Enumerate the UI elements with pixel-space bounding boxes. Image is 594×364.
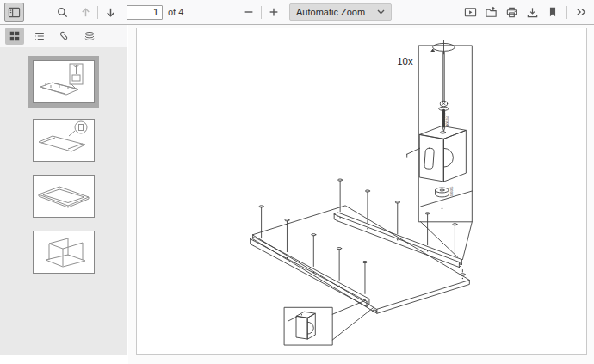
- toggle-sidebar-button[interactable]: [4, 3, 24, 22]
- download-arrow-tray-icon: [526, 6, 539, 19]
- double-chevron-right-icon: [575, 6, 587, 18]
- minus-icon: [243, 6, 255, 18]
- paperclip-icon: [59, 30, 71, 42]
- chevron-down-icon: [377, 9, 385, 15]
- sidebar-view-switcher: [0, 25, 127, 47]
- toolbar: of 4 Automatic Zoom: [0, 0, 594, 25]
- thumbnail-image: [34, 176, 94, 217]
- next-page-button[interactable]: [101, 3, 120, 22]
- pdf-page-1: 10x 100214: [136, 28, 587, 355]
- grid-icon: [9, 30, 21, 42]
- zoom-select-value: Automatic Zoom: [296, 7, 365, 17]
- thumbnail-image: [34, 61, 94, 102]
- divider: [566, 6, 567, 19]
- thumbnail-image: [34, 231, 94, 273]
- arrow-down-icon: [104, 6, 117, 19]
- screw-part-number: 100214: [446, 116, 449, 126]
- more-tools-button[interactable]: [572, 3, 591, 22]
- viewer-area[interactable]: 10x 100214: [128, 25, 594, 364]
- thumbnail-page-4[interactable]: [33, 231, 95, 274]
- thumbnail-page-3[interactable]: [33, 175, 95, 218]
- folder-open-arrow-icon: [485, 6, 498, 19]
- zoom-select[interactable]: Automatic Zoom: [289, 3, 392, 21]
- thumbnail-list: [0, 47, 127, 355]
- page-count-label: of 4: [168, 7, 183, 17]
- quantity-label: 10x: [397, 56, 413, 66]
- screws-left-rail: [259, 206, 368, 294]
- toolbar-right-group: [461, 0, 591, 24]
- print-button[interactable]: [502, 3, 521, 22]
- toolbar-center-group: Automatic Zoom: [239, 0, 392, 24]
- toolbar-left-group: of 4: [4, 0, 183, 24]
- download-button[interactable]: [523, 3, 541, 22]
- thumbnails-view-button[interactable]: [5, 28, 24, 45]
- divider: [261, 6, 262, 19]
- current-view-button[interactable]: [543, 3, 562, 22]
- screw-hole-dots: [261, 217, 455, 300]
- screws-right-rail: [338, 179, 457, 256]
- plus-icon: [268, 6, 280, 18]
- layers-icon: [84, 30, 96, 42]
- presentation-mode-button[interactable]: [461, 3, 480, 22]
- washer-part-number: 100365: [450, 187, 454, 196]
- previous-page-button[interactable]: [76, 3, 95, 22]
- open-file-button[interactable]: [481, 3, 500, 22]
- zoom-out-button[interactable]: [239, 3, 258, 22]
- printer-icon: [505, 6, 518, 19]
- page-number-input[interactable]: [127, 5, 163, 20]
- thumbnail-page-1[interactable]: [33, 60, 95, 103]
- assembly-illustration: 10x 100214: [137, 28, 586, 354]
- sidebar-panel-icon: [8, 6, 21, 19]
- sidebar: [0, 25, 127, 355]
- thumbnail-page-2[interactable]: [33, 119, 95, 162]
- attachments-view-button[interactable]: [55, 28, 74, 45]
- find-button[interactable]: [53, 3, 71, 22]
- screen-play-icon: [464, 6, 477, 19]
- divider: [97, 6, 98, 19]
- magnifier-icon: [56, 6, 69, 19]
- zoom-in-button[interactable]: [264, 3, 283, 22]
- layers-view-button[interactable]: [80, 28, 99, 45]
- pdf-viewer: of 4 Automatic Zoom: [0, 0, 594, 364]
- list-icon: [34, 30, 46, 42]
- bookmark-icon: [547, 6, 559, 18]
- arrow-up-icon: [79, 6, 92, 19]
- outline-view-button[interactable]: [30, 28, 49, 45]
- thumbnail-image: [34, 120, 94, 161]
